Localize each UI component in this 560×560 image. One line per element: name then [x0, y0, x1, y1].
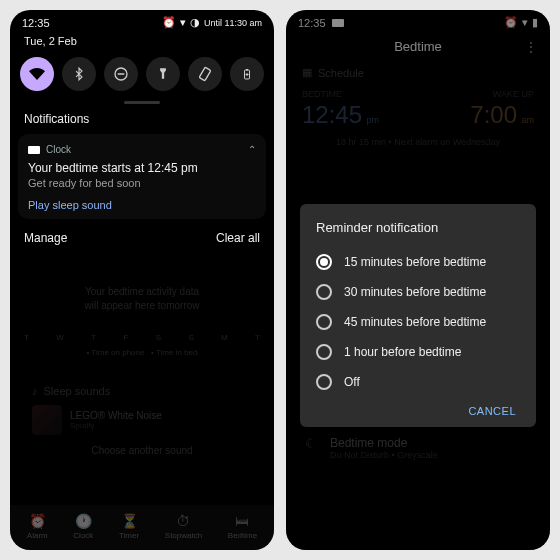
qs-bluetooth[interactable] — [62, 57, 96, 91]
date-label: Tue, 2 Feb — [24, 35, 77, 47]
nav-stopwatch[interactable]: ⏱Stopwatch — [165, 513, 202, 540]
track-source: Spotify — [70, 421, 162, 430]
manage-button[interactable]: Manage — [24, 231, 67, 245]
nav-alarm[interactable]: ⏰Alarm — [27, 513, 48, 540]
option-30min[interactable]: 30 minutes before bedtime — [316, 277, 520, 307]
radio-icon — [316, 374, 332, 390]
left-phone: 12:35 ⏰ ▾ ◑ Until 11:30 am Tue, 2 Feb No… — [10, 10, 274, 550]
qs-dnd[interactable] — [104, 57, 138, 91]
music-icon: ♪ — [32, 385, 38, 397]
day-tick: T — [24, 333, 29, 342]
day-tick: M — [221, 333, 228, 342]
legend-phone: • Time on phone — [86, 348, 144, 357]
option-label: Off — [344, 375, 360, 389]
nav-bedtime[interactable]: 🛏Bedtime — [228, 513, 257, 540]
qs-flashlight[interactable] — [146, 57, 180, 91]
notification-body: Get ready for bed soon — [28, 177, 256, 189]
clear-all-button[interactable]: Clear all — [216, 231, 260, 245]
day-tick: W — [56, 333, 64, 342]
play-sleep-sound-action[interactable]: Play sleep sound — [28, 199, 256, 211]
choose-sound-button[interactable]: Choose another sound — [32, 445, 252, 456]
nav-timer[interactable]: ⏳Timer — [119, 513, 139, 540]
radio-selected-icon — [316, 254, 332, 270]
clock-nav-icon: 🕐 — [75, 513, 92, 529]
right-phone: 12:35 ⏰ ▾ ▮ Bedtime ⋮ ▦Schedule BEDTIME … — [286, 10, 550, 550]
nav-label: Stopwatch — [165, 531, 202, 540]
day-tick: T — [91, 333, 96, 342]
dnd-icon: ◑ — [190, 16, 200, 29]
option-15min[interactable]: 15 minutes before bedtime — [316, 247, 520, 277]
legend-bed: • Time in bed — [151, 348, 197, 357]
alarm-nav-icon: ⏰ — [29, 513, 46, 529]
qs-autorotate[interactable] — [188, 57, 222, 91]
radio-icon — [316, 344, 332, 360]
shade-date-row: Tue, 2 Feb — [10, 31, 274, 47]
clock-app-icon — [28, 146, 40, 154]
qs-battery-saver[interactable] — [230, 57, 264, 91]
quick-settings-row — [10, 47, 274, 99]
nav-clock[interactable]: 🕐Clock — [73, 513, 93, 540]
day-tick: S — [188, 333, 193, 342]
radio-icon — [316, 314, 332, 330]
shade-handle[interactable] — [124, 101, 160, 104]
timer-nav-icon: ⏳ — [121, 513, 138, 529]
option-label: 1 hour before bedtime — [344, 345, 461, 359]
stopwatch-nav-icon: ⏱ — [176, 513, 190, 529]
track-title: LEGO® White Noise — [70, 410, 162, 421]
qs-wifi[interactable] — [20, 57, 54, 91]
svg-rect-4 — [246, 69, 248, 71]
clock-app-label: Clock — [46, 144, 71, 155]
option-1hr[interactable]: 1 hour before bedtime — [316, 337, 520, 367]
activity-caption-2: will appear here tomorrow — [84, 300, 199, 311]
option-label: 45 minutes before bedtime — [344, 315, 486, 329]
background-bedtime-content: Your bedtime activity data will appear h… — [10, 285, 274, 464]
svg-rect-2 — [199, 67, 211, 81]
option-label: 15 minutes before bedtime — [344, 255, 486, 269]
album-cover — [32, 405, 62, 435]
activity-caption-1: Your bedtime activity data — [85, 286, 199, 297]
option-45min[interactable]: 45 minutes before bedtime — [316, 307, 520, 337]
wifi-icon: ▾ — [180, 16, 186, 29]
alarm-icon: ⏰ — [162, 16, 176, 29]
nav-label: Alarm — [27, 531, 48, 540]
notification-title: Your bedtime starts at 12:45 pm — [28, 161, 256, 175]
nav-label: Clock — [73, 531, 93, 540]
nav-label: Timer — [119, 531, 139, 540]
sleep-sounds-label: Sleep sounds — [44, 385, 111, 397]
day-tick: S — [156, 333, 161, 342]
radio-icon — [316, 284, 332, 300]
day-tick: T — [255, 333, 260, 342]
status-bar: 12:35 ⏰ ▾ ◑ Until 11:30 am — [10, 10, 274, 31]
bedtime-nav-icon: 🛏 — [235, 513, 249, 529]
collapse-icon[interactable]: ⌃ — [248, 144, 256, 155]
until-label: Until 11:30 am — [204, 18, 262, 28]
option-off[interactable]: Off — [316, 367, 520, 397]
cancel-button[interactable]: CANCEL — [316, 397, 520, 419]
notifications-header: Notifications — [10, 108, 274, 130]
dialog-title: Reminder notification — [316, 220, 520, 235]
day-tick: F — [123, 333, 128, 342]
reminder-dialog: Reminder notification 15 minutes before … — [300, 204, 536, 427]
option-label: 30 minutes before bedtime — [344, 285, 486, 299]
status-icons: ⏰ ▾ ◑ Until 11:30 am — [162, 16, 262, 29]
bottom-nav: ⏰Alarm 🕐Clock ⏳Timer ⏱Stopwatch 🛏Bedtime — [10, 505, 274, 550]
status-time: 12:35 — [22, 17, 50, 29]
nav-label: Bedtime — [228, 531, 257, 540]
clock-notification[interactable]: Clock ⌃ Your bedtime starts at 12:45 pm … — [18, 134, 266, 219]
